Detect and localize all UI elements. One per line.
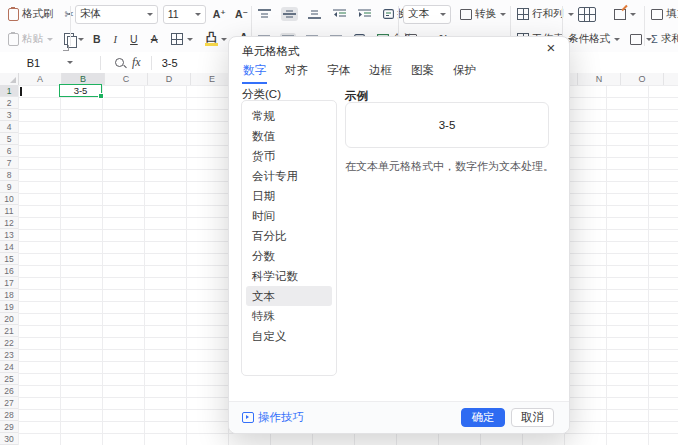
column-header[interactable]: P [664, 73, 678, 85]
format-painter-button[interactable]: 格式刷 [6, 5, 56, 23]
category-item[interactable]: 货币 [246, 146, 332, 166]
table-style-button[interactable] [576, 5, 598, 24]
column-header[interactable]: A [19, 73, 62, 85]
number-format-select[interactable]: 文本 [403, 5, 451, 24]
category-item[interactable]: 文本 [246, 286, 332, 306]
row-header[interactable]: 16 [0, 265, 18, 277]
row-header[interactable]: 1 [0, 85, 18, 97]
row-header[interactable]: 7 [0, 157, 18, 169]
video-tips-icon [242, 412, 254, 423]
dialog-tab[interactable]: 边框 [368, 61, 393, 84]
row-header[interactable]: 23 [0, 349, 18, 361]
row-header[interactable]: 20 [0, 313, 18, 325]
row-header[interactable]: 13 [0, 229, 18, 241]
decrease-indent-button[interactable] [331, 7, 348, 21]
conditional-format-button[interactable]: 条件格式 [566, 30, 622, 48]
category-item[interactable]: 时间 [246, 206, 332, 226]
italic-button[interactable]: I [112, 32, 120, 47]
row-header[interactable]: 22 [0, 337, 18, 349]
paste-button[interactable]: 粘贴 [6, 30, 55, 48]
row-header[interactable]: 10 [0, 193, 18, 205]
zoom-search-icon[interactable] [115, 58, 124, 67]
sigma-icon: Σ [651, 34, 658, 45]
dialog-tab[interactable]: 数字 [242, 61, 267, 84]
row-header[interactable]: 14 [0, 241, 18, 253]
category-item[interactable]: 分数 [246, 246, 332, 266]
row-header[interactable]: 4 [0, 121, 18, 133]
font-size-select[interactable]: 11 [163, 5, 206, 24]
align-middle-button[interactable] [281, 7, 298, 21]
category-item[interactable]: 百分比 [246, 226, 332, 246]
row-header[interactable]: 24 [0, 361, 18, 373]
dialog-tab[interactable]: 图案 [410, 61, 435, 84]
decrease-font-size-button[interactable]: A⁻ [233, 6, 250, 22]
row-header[interactable]: 29 [0, 421, 18, 433]
ok-button[interactable]: 确定 [461, 408, 505, 427]
row-header[interactable]: 25 [0, 373, 18, 385]
dialog-tab[interactable]: 对齐 [284, 61, 309, 84]
row-header[interactable]: 11 [0, 205, 18, 217]
category-item[interactable]: 会计专用 [246, 166, 332, 186]
text-cursor [20, 87, 22, 96]
row-header[interactable]: 9 [0, 181, 18, 193]
column-header[interactable]: O [621, 73, 664, 85]
column-header[interactable]: N [578, 73, 621, 85]
category-item[interactable]: 科学记数 [246, 266, 332, 286]
row-header[interactable]: 28 [0, 409, 18, 421]
decrease-indent-icon [333, 9, 346, 19]
row-header[interactable]: 30 [0, 433, 18, 445]
fill-color-button[interactable]: 凸 [204, 30, 229, 48]
row-header[interactable]: 6 [0, 145, 18, 157]
row-header[interactable]: 2 [0, 97, 18, 109]
underline-button[interactable]: U [128, 31, 140, 47]
row-header[interactable]: 26 [0, 385, 18, 397]
column-header[interactable]: D [148, 73, 191, 85]
insert-function-button[interactable]: fx [132, 55, 141, 70]
select-all-corner[interactable] [0, 73, 19, 85]
format-description: 在文本单元格格式中，数字作为文本处理。 [345, 159, 555, 174]
format-as-table-button[interactable] [612, 7, 638, 22]
convert-button[interactable]: 转换 [458, 5, 508, 23]
formula-input[interactable]: 3-5 [162, 57, 178, 69]
row-header[interactable]: 27 [0, 397, 18, 409]
cancel-button[interactable]: 取消 [511, 408, 554, 427]
row-header[interactable]: 21 [0, 325, 18, 337]
chevron-down-icon [440, 13, 446, 16]
borders-button[interactable] [169, 31, 195, 47]
increase-font-size-button[interactable]: A⁺ [211, 6, 228, 22]
row-header[interactable]: 15 [0, 253, 18, 265]
clipboard-dialog-launcher[interactable] [63, 45, 69, 51]
fill-color-icon: 凸 [206, 32, 217, 46]
autosum-button[interactable]: Σ 求和 [649, 30, 678, 48]
wrap-text-icon [383, 9, 394, 19]
close-icon[interactable]: × [543, 40, 559, 56]
category-item[interactable]: 日期 [246, 186, 332, 206]
tips-link[interactable]: 操作技巧 [242, 410, 304, 425]
row-header[interactable]: 3 [0, 109, 18, 121]
column-header[interactable]: C [105, 73, 148, 85]
selected-cell-b1[interactable]: 3-5 [59, 84, 102, 97]
align-bottom-button[interactable] [306, 7, 323, 21]
bold-button[interactable]: B [91, 31, 103, 47]
fill-button[interactable]: 填充 [649, 5, 678, 23]
row-header[interactable]: 5 [0, 133, 18, 145]
row-header[interactable]: 8 [0, 169, 18, 181]
category-item[interactable]: 特殊 [246, 306, 332, 326]
row-header[interactable]: 18 [0, 289, 18, 301]
category-item[interactable]: 数值 [246, 126, 332, 146]
row-header[interactable]: 12 [0, 217, 18, 229]
align-top-button[interactable] [256, 7, 273, 21]
category-item[interactable]: 常规 [246, 106, 332, 126]
row-header[interactable]: 17 [0, 277, 18, 289]
name-box[interactable]: B1 [0, 52, 100, 73]
category-item[interactable]: 自定义 [246, 326, 332, 346]
fill-handle[interactable] [98, 93, 104, 99]
font-family-select[interactable]: 宋体 [75, 5, 158, 24]
row-header[interactable]: 19 [0, 301, 18, 313]
align-top-icon [258, 9, 271, 19]
strikethrough-button[interactable]: A [149, 31, 160, 47]
dialog-tab[interactable]: 保护 [452, 61, 477, 84]
increase-indent-button[interactable] [356, 7, 373, 21]
dialog-tab[interactable]: 字体 [326, 61, 351, 84]
paste-icon [8, 33, 19, 46]
